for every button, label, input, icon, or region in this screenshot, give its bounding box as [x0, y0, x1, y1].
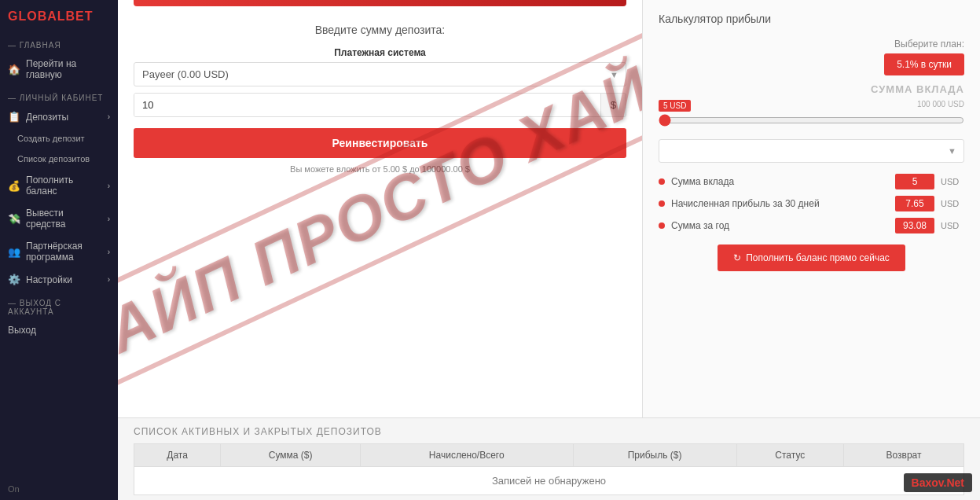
no-records-cell: Записей не обнаружено: [134, 467, 964, 495]
red-top-bar: [134, 0, 626, 6]
calc-results: Сумма вклада 5 USD Начисленная прибыль з…: [659, 174, 964, 233]
sidebar-item-partner[interactable]: 👥 Партнёрская программа ›: [0, 235, 118, 268]
currency-badge: $: [600, 94, 626, 116]
baxov-badge: Baxov.Net: [904, 473, 972, 492]
settings-icon: ⚙️: [8, 274, 20, 285]
amount-input[interactable]: [134, 94, 600, 116]
sidebar-item-settings[interactable]: ⚙️ Настройки ›: [0, 268, 118, 291]
home-icon: 🏠: [8, 64, 20, 75]
sidebar-item-logout[interactable]: Выход: [0, 319, 118, 341]
chevron-icon: ›: [108, 215, 110, 223]
table-no-records-row: Записей не обнаружено: [134, 467, 964, 495]
left-panel: ХАЙП ПРОСТО ХАЙП Введите сумму депозита:…: [118, 0, 642, 417]
calc-dropdown[interactable]: [659, 139, 964, 163]
plan-button[interactable]: 5.1% в сутки: [884, 53, 964, 75]
result-dot-1: [659, 200, 665, 207]
slider-max-label: 100 000 USD: [917, 100, 964, 112]
sidebar-item-create-deposit[interactable]: Создать депозит: [0, 128, 118, 149]
section-label-logout: — ВЫХОД С АККАУНТА: [0, 291, 118, 319]
amount-slider[interactable]: [659, 114, 964, 127]
sidebar-item-deposits[interactable]: 📋 Депозиты ›: [0, 105, 118, 128]
deposit-list-title: СПИСОК АКТИВНЫХ И ЗАКРЫТЫХ ДЕПОЗИТОВ: [134, 426, 964, 437]
result-unit-0: USD: [941, 177, 964, 186]
sidebar: GLOBALBET — ГЛАВНАЯ 🏠 Перейти на главную…: [0, 0, 118, 500]
plan-label: Выберите план:: [894, 39, 964, 50]
col-status: Статус: [736, 444, 844, 467]
deposit-hint: Вы можете вложить от 5.00 $ до 100000.00…: [134, 164, 626, 174]
amount-input-wrapper: $: [134, 93, 626, 117]
deposit-form-title: Введите сумму депозита:: [134, 24, 626, 36]
top-section: ХАЙП ПРОСТО ХАЙП Введите сумму депозита:…: [118, 0, 980, 417]
payment-system-label: Платежная система: [134, 47, 626, 58]
logo-text: GLOBALBET: [8, 9, 94, 24]
main-content: ХАЙП ПРОСТО ХАЙП Введите сумму депозита:…: [118, 0, 980, 500]
sum-vklada-label: СУММА ВКЛАДА: [659, 83, 964, 95]
slider-wrapper: 5 USD 100 000 USD: [659, 100, 964, 130]
sidebar-item-withdraw[interactable]: 💸 Вывести средства ›: [0, 202, 118, 235]
chevron-icon: ›: [108, 248, 110, 256]
chevron-icon: ›: [108, 182, 110, 190]
deposits-icon: 📋: [8, 111, 20, 123]
col-sum: Сумма ($): [221, 444, 361, 467]
sidebar-item-topup[interactable]: 💰 Пополнить баланс ›: [0, 169, 118, 202]
table-header-row: Дата Сумма ($) Начислено/Всего Прибыль (…: [134, 444, 964, 467]
right-panel: Калькулятор прибыли Выберите план: 5.1% …: [642, 0, 980, 417]
result-row-2: Сумма за год 93.08 USD: [659, 218, 964, 233]
slider-min-label: 5 USD: [659, 100, 691, 112]
bottom-section: СПИСОК АКТИВНЫХ И ЗАКРЫТЫХ ДЕПОЗИТОВ Дат…: [118, 417, 980, 500]
result-label-2: Сумма за год: [671, 220, 889, 231]
deposits-table: Дата Сумма ($) Начислено/Всего Прибыль (…: [134, 443, 964, 495]
result-label-0: Сумма вклада: [671, 176, 889, 187]
result-value-2: 93.08: [895, 218, 934, 233]
calc-dropdown-wrapper[interactable]: ▼: [659, 139, 964, 163]
result-value-0: 5: [895, 174, 934, 189]
slider-labels: 5 USD 100 000 USD: [659, 100, 964, 112]
col-return: Возврат: [844, 444, 964, 467]
chevron-icon: ›: [108, 112, 110, 121]
result-value-1: 7.65: [895, 196, 934, 211]
result-label-1: Начисленная прибыль за 30 дней: [671, 198, 889, 209]
topup-icon: 💰: [8, 180, 20, 192]
result-dot-0: [659, 178, 665, 185]
calc-title: Калькулятор прибыли: [659, 13, 964, 25]
topup-balance-button[interactable]: ↻ Пополнить баланс прямо сейчас: [718, 244, 905, 271]
result-dot-2: [659, 222, 665, 229]
result-row-0: Сумма вклада 5 USD: [659, 174, 964, 189]
logo: GLOBALBET: [0, 0, 118, 33]
withdraw-icon: 💸: [8, 213, 20, 225]
on-indicator: On: [0, 478, 118, 500]
col-profit: Прибыль ($): [573, 444, 736, 467]
section-label-cabinet: — ЛИЧНЫЙ КАБИНЕТ: [0, 86, 118, 105]
result-row-1: Начисленная прибыль за 30 дней 7.65 USD: [659, 196, 964, 211]
partner-icon: 👥: [8, 246, 20, 258]
sidebar-item-deposit-list[interactable]: Список депозитов: [0, 149, 118, 169]
payment-select-wrapper[interactable]: Payeer (0.00 USD) ▼: [134, 62, 626, 86]
result-unit-1: USD: [941, 199, 964, 208]
sidebar-item-home[interactable]: 🏠 Перейти на главную: [0, 53, 118, 86]
reinvest-button[interactable]: Реинвестировать: [134, 128, 626, 158]
col-accrued: Начислено/Всего: [360, 444, 573, 467]
chevron-icon: ›: [108, 275, 110, 284]
payment-select[interactable]: Payeer (0.00 USD): [134, 62, 626, 86]
col-date: Дата: [134, 444, 221, 467]
result-unit-2: USD: [941, 221, 964, 230]
topup-icon: ↻: [733, 252, 741, 263]
section-label-main: — ГЛАВНАЯ: [0, 33, 118, 53]
